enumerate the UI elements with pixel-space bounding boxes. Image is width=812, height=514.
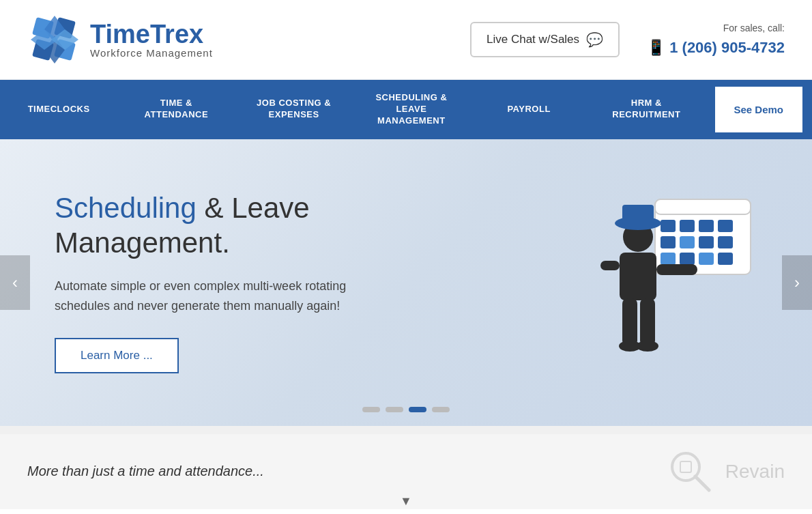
slider-dots — [362, 407, 450, 412]
main-nav: TIMECLOCKS TIME & ATTENDANCE JOB COSTING… — [0, 80, 812, 139]
nav-item-time-attendance[interactable]: TIME & ATTENDANCE — [117, 80, 235, 139]
revain-icon — [667, 448, 714, 496]
phone-number: 📱 1 (206) 905-4732 — [647, 39, 785, 57]
svg-rect-10 — [661, 220, 676, 232]
slider-dot-4[interactable] — [432, 407, 450, 412]
revain-text: Revain — [725, 461, 785, 483]
svg-rect-16 — [699, 236, 714, 248]
svg-rect-11 — [680, 220, 695, 232]
nav-item-payroll[interactable]: PAYROLL — [470, 80, 588, 139]
learn-more-button[interactable]: Learn More ... — [55, 338, 179, 373]
logo-text-area: TimeTrex Workforce Management — [90, 21, 213, 59]
for-sales-text: For sales, call: — [723, 23, 785, 33]
hero-description: Automate simple or even complex multi-we… — [55, 276, 368, 316]
hero-prev-button[interactable]: ‹ — [0, 255, 30, 310]
logo-timetrex-text: TimeTrex — [90, 21, 213, 47]
logo-icon — [27, 12, 82, 67]
slider-dot-2[interactable] — [386, 407, 403, 412]
slider-dot-1[interactable] — [362, 407, 380, 412]
svg-rect-19 — [680, 253, 695, 265]
see-demo-button[interactable]: See Demo — [714, 85, 804, 134]
svg-rect-24 — [622, 205, 654, 225]
hero-illustration — [580, 158, 757, 407]
hero-title-highlight: Scheduling — [55, 192, 197, 224]
svg-rect-15 — [680, 236, 695, 248]
slider-dot-3[interactable] — [409, 407, 426, 412]
live-chat-label: Live Chat w/Sales — [487, 33, 579, 46]
live-chat-button[interactable]: Live Chat w/Sales 💬 — [470, 22, 620, 57]
svg-rect-18 — [661, 253, 676, 265]
bottom-tagline: More than just a time and attendance... — [27, 463, 264, 479]
hero-content: Scheduling & Leave Management. Automate … — [0, 157, 423, 407]
svg-rect-34 — [680, 461, 691, 472]
svg-rect-9 — [655, 199, 751, 214]
header: TimeTrex Workforce Management Live Chat … — [0, 0, 812, 80]
svg-rect-14 — [661, 236, 676, 248]
header-right: For sales, call: 📱 1 (206) 905-4732 — [647, 23, 785, 57]
nav-item-hrm[interactable]: HRM & RECRUITMENT — [588, 80, 705, 139]
nav-item-scheduling[interactable]: SCHEDULING & LEAVE MANAGEMENT — [353, 80, 470, 139]
hero-next-button[interactable]: › — [782, 255, 812, 310]
svg-rect-21 — [718, 253, 733, 265]
logo-area: TimeTrex Workforce Management — [27, 12, 213, 67]
svg-rect-26 — [656, 264, 697, 275]
svg-point-31 — [637, 341, 658, 352]
hero-section: ‹ Scheduling & Leave Management. Automat… — [0, 139, 812, 426]
hero-title: Scheduling & Leave Management. — [55, 191, 368, 260]
scroll-down-arrow[interactable]: ▼ — [400, 494, 412, 509]
svg-rect-17 — [718, 236, 733, 248]
nav-item-job-costing[interactable]: JOB COSTING & EXPENSES — [235, 80, 353, 139]
svg-rect-25 — [620, 253, 656, 300]
revain-area: Revain — [667, 448, 785, 496]
phone-icon: 📱 — [647, 39, 665, 56]
svg-rect-29 — [640, 298, 655, 346]
svg-rect-27 — [600, 261, 620, 270]
svg-rect-13 — [718, 220, 733, 232]
svg-rect-28 — [622, 298, 637, 346]
svg-rect-20 — [699, 253, 714, 265]
chat-bubble-icon: 💬 — [586, 31, 603, 48]
svg-rect-12 — [699, 220, 714, 232]
nav-item-timeclocks[interactable]: TIMECLOCKS — [0, 80, 117, 139]
logo-workforce-text: Workforce Management — [90, 47, 213, 59]
svg-line-33 — [695, 476, 709, 490]
